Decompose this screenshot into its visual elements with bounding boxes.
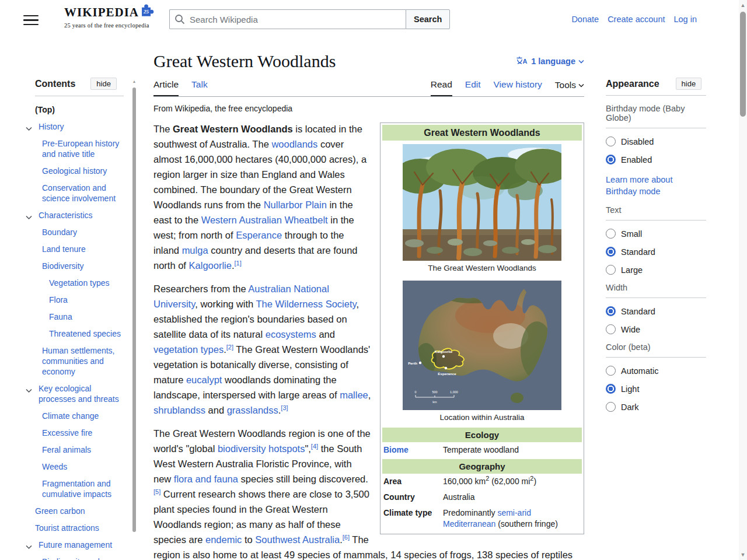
- reference-link[interactable]: [4]: [311, 443, 318, 450]
- hamburger-menu-icon[interactable]: [23, 12, 39, 25]
- wiki-link[interactable]: Nullarbor Plain: [264, 200, 327, 210]
- toc-link[interactable]: Vegetation types: [49, 278, 110, 288]
- chevron-expand-icon[interactable]: [26, 123, 32, 134]
- radio-option-small[interactable]: Small: [606, 229, 706, 239]
- toc-link[interactable]: Threatened species: [49, 329, 121, 338]
- radio-unselected-icon[interactable]: [606, 229, 616, 239]
- search-icon: [174, 14, 185, 27]
- reference-link[interactable]: [2]: [226, 344, 233, 351]
- tab-edit[interactable]: Edit: [465, 79, 481, 96]
- toc-scroll-up-icon[interactable]: [132, 79, 137, 84]
- wiki-link[interactable]: mulga: [182, 245, 208, 256]
- reference-link[interactable]: [3]: [281, 404, 288, 411]
- toc-link[interactable]: Land tenure: [42, 244, 86, 254]
- toc-link[interactable]: Excessive fire: [42, 428, 92, 438]
- radio-option-disabled[interactable]: Disabled: [606, 136, 706, 146]
- wiki-link[interactable]: shrublandss: [153, 405, 205, 415]
- chevron-expand-icon[interactable]: [26, 212, 32, 222]
- radio-option-standard[interactable]: Standard: [606, 247, 706, 257]
- radio-option-enabled[interactable]: Enabled: [606, 155, 706, 164]
- toc-link[interactable]: Human settlements, communities and econo…: [42, 346, 115, 376]
- toc-link[interactable]: Key ecological processes and threats: [39, 384, 119, 404]
- learn-more-link[interactable]: Learn more about Birthday mode: [606, 174, 682, 197]
- radio-selected-icon[interactable]: [606, 155, 616, 164]
- wiki-link[interactable]: flora and fauna: [174, 474, 238, 484]
- wiki-link[interactable]: mallee: [340, 390, 368, 400]
- scroll-up-icon[interactable]: [739, 1, 747, 9]
- language-button[interactable]: A 1 language: [516, 56, 584, 67]
- wiki-link[interactable]: Southwest Australia: [255, 534, 340, 545]
- svg-text:0: 0: [414, 390, 416, 394]
- radio-option-automatic[interactable]: Automatic: [606, 366, 706, 376]
- wiki-link[interactable]: ecosystems: [266, 329, 316, 340]
- toc-link[interactable]: Biodiversity: [42, 261, 84, 271]
- radio-option-wide[interactable]: Wide: [606, 324, 706, 334]
- radio-unselected-icon[interactable]: [606, 324, 616, 334]
- tab-read[interactable]: Read: [431, 79, 452, 96]
- toc-link[interactable]: Conservation and science involvement: [42, 183, 116, 203]
- tab-tools[interactable]: Tools: [555, 79, 584, 96]
- reference-link[interactable]: [6]: [343, 534, 350, 541]
- wiki-link[interactable]: vegetation types: [153, 344, 224, 355]
- wiki-link[interactable]: Biome: [383, 445, 409, 454]
- donate-link[interactable]: Donate: [571, 15, 599, 24]
- toc-scrollbar-thumb[interactable]: [132, 88, 136, 532]
- wiki-link[interactable]: Kalgoorlie: [189, 260, 232, 271]
- page-scrollbar-thumb[interactable]: [740, 12, 746, 117]
- toc-link[interactable]: Fragmentation and cumulative impacts: [42, 479, 111, 499]
- tab-view-history[interactable]: View history: [494, 79, 542, 96]
- wiki-link[interactable]: endemic: [205, 534, 242, 545]
- radio-option-light[interactable]: Light: [606, 384, 706, 394]
- wiki-link[interactable]: The Wilderness Society: [256, 299, 356, 309]
- radio-option-dark[interactable]: Dark: [606, 402, 706, 412]
- wiki-link[interactable]: grasslandss: [227, 405, 278, 415]
- wiki-link[interactable]: Western Australian Wheatbelt: [201, 215, 328, 225]
- radio-unselected-icon[interactable]: [606, 265, 616, 275]
- radio-unselected-icon[interactable]: [606, 402, 616, 412]
- scroll-down-icon[interactable]: [739, 551, 747, 559]
- radio-option-large[interactable]: Large: [606, 265, 706, 275]
- toc-link[interactable]: Biodiversity and Cultural Conservation S…: [42, 557, 121, 560]
- wiki-link[interactable]: semi-arid: [497, 508, 531, 517]
- toc-link[interactable]: Boundary: [42, 228, 77, 237]
- wiki-link[interactable]: eucalypt: [186, 374, 222, 385]
- reference-link[interactable]: [1]: [235, 260, 242, 267]
- toc-link[interactable]: Fauna: [49, 312, 72, 321]
- wiki-link[interactable]: Esperance: [236, 230, 282, 240]
- toc-link[interactable]: Characteristics: [39, 211, 93, 220]
- toc-link[interactable]: Geological history: [42, 166, 107, 176]
- toc-link[interactable]: Tourist attractions: [35, 523, 99, 533]
- tab-talk[interactable]: Talk: [191, 79, 208, 96]
- search-input[interactable]: [169, 9, 406, 29]
- toc-link[interactable]: Pre-European history and native title: [42, 139, 119, 159]
- radio-selected-icon[interactable]: [606, 384, 616, 394]
- create-account-link[interactable]: Create account: [608, 15, 665, 24]
- toc-link[interactable]: Future management: [39, 540, 112, 550]
- chevron-expand-icon[interactable]: [26, 385, 32, 396]
- search-button[interactable]: Search: [406, 9, 450, 29]
- toc-link[interactable]: (Top): [35, 105, 55, 114]
- wiki-link[interactable]: woodlands: [271, 139, 317, 149]
- toc-link[interactable]: Weeds: [42, 462, 67, 471]
- toc-link[interactable]: Feral animals: [42, 445, 91, 454]
- radio-unselected-icon[interactable]: [606, 136, 616, 146]
- chevron-expand-icon[interactable]: [26, 541, 32, 552]
- woodlands-photo[interactable]: [403, 144, 561, 261]
- toc-link[interactable]: Climate change: [42, 411, 99, 421]
- reference-link[interactable]: [5]: [153, 488, 160, 495]
- wiki-link[interactable]: biodiversity hotspots: [218, 443, 305, 454]
- australia-location-map[interactable]: Kalgoorlie Perth Esperance 0 500 1,000 k…: [403, 281, 561, 410]
- toc-link[interactable]: Flora: [49, 295, 68, 304]
- wikipedia-logo[interactable]: WIKIPEDIA 25 25 years of the free encycl…: [64, 5, 152, 29]
- toc-link[interactable]: History: [39, 122, 64, 131]
- radio-option-standard[interactable]: Standard: [606, 306, 706, 316]
- wiki-link[interactable]: Mediterranean: [443, 519, 495, 528]
- radio-selected-icon[interactable]: [606, 247, 616, 257]
- radio-selected-icon[interactable]: [606, 306, 616, 316]
- toc-hide-button[interactable]: hide: [90, 78, 117, 90]
- radio-unselected-icon[interactable]: [606, 366, 616, 376]
- toc-link[interactable]: Green carbon: [35, 506, 85, 516]
- appearance-hide-button[interactable]: hide: [676, 78, 702, 90]
- log-in-link[interactable]: Log in: [673, 15, 697, 24]
- tab-article[interactable]: Article: [153, 79, 179, 96]
